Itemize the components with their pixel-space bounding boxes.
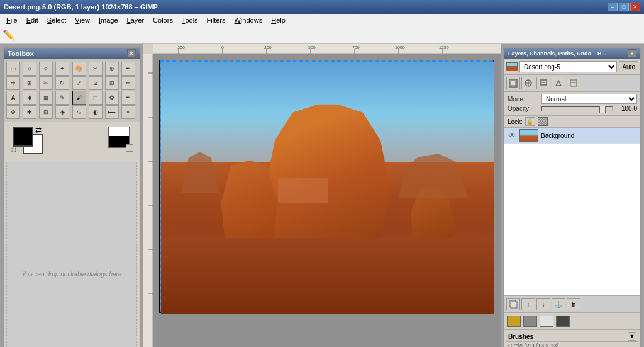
layer-down-button[interactable]: ↓ <box>536 298 550 310</box>
layer-actions: ↑ ↓ ⚓ 🗑 <box>504 295 640 312</box>
tool-move[interactable]: ✛ <box>6 76 20 90</box>
panel-icon-2[interactable] <box>521 77 535 89</box>
tool-flip[interactable]: ⇔ <box>121 76 135 90</box>
tool-free-select[interactable]: ✧ <box>39 62 53 76</box>
tool-rect-select[interactable]: ⬚ <box>6 62 20 76</box>
tool-heal[interactable]: ✚ <box>23 105 36 119</box>
tool-text[interactable]: A <box>6 91 20 105</box>
tool-align[interactable]: ⊞ <box>23 76 36 90</box>
menu-help[interactable]: Help <box>267 15 289 25</box>
menu-windows[interactable]: Windows <box>231 15 267 25</box>
svg-rect-30 <box>570 80 577 86</box>
tool-ellipse-select[interactable]: ○ <box>23 62 36 76</box>
layer-up-button[interactable]: ↑ <box>521 298 535 310</box>
tool-pencil[interactable]: ✎ <box>55 91 69 105</box>
ruler-v-svg: ov <box>143 54 153 347</box>
mode-select[interactable]: Normal <box>541 94 637 104</box>
layers-panel: Layers, Channels, Paths, Undo – B... × D… <box>503 47 641 347</box>
layer-list: 👁 Background <box>504 128 640 295</box>
image-canvas <box>160 60 493 312</box>
color-swatch-1[interactable] <box>507 316 521 327</box>
lock-icon[interactable]: 🔒 <box>525 117 535 126</box>
menu-layer[interactable]: Layer <box>123 15 148 25</box>
tool-scissors[interactable]: ✂ <box>89 62 103 76</box>
toolbox-panel: Toolbox × ⬚ ○ ✧ ✦ 🎨 ✂ ⊕ ✒ ✛ ⊞ ✄ ↻ ⤢ ⊿ ⊡ … <box>3 47 141 347</box>
image-select-dropdown[interactable]: Desert.png-5 <box>519 61 617 72</box>
canvas-section: -250 0 250 500 750 1000 1250 <box>143 44 501 347</box>
tool-options-bar: ✏️ <box>0 26 644 44</box>
lock-row: Lock: 🔒 <box>504 116 640 128</box>
layer-name: Background <box>541 132 574 139</box>
tool-rotate[interactable]: ↻ <box>55 76 69 90</box>
tool-perspective[interactable]: ⊡ <box>105 76 119 90</box>
svg-text:1250: 1250 <box>439 45 449 50</box>
ruler-h-svg: -250 0 250 500 750 1000 1250 <box>153 44 501 54</box>
menu-colors[interactable]: Colors <box>149 15 177 25</box>
delete-layer-button[interactable]: 🗑 <box>567 298 580 310</box>
menu-select[interactable]: Select <box>43 15 70 25</box>
toolbox-close-button[interactable]: × <box>127 49 136 58</box>
layer-item-background[interactable]: 👁 Background <box>504 128 640 144</box>
tool-bucket-fill[interactable]: ⧫ <box>23 91 36 105</box>
menu-image[interactable]: Image <box>95 15 122 25</box>
opacity-thumb[interactable] <box>599 106 606 113</box>
canvas-viewport[interactable] <box>153 54 501 347</box>
color-swatches-panel <box>504 312 640 329</box>
tool-clone[interactable]: ⊕ <box>6 105 20 119</box>
anchor-layer-button[interactable]: ⚓ <box>552 298 565 310</box>
tool-paintbrush[interactable]: 🖌 <box>72 91 86 105</box>
drop-zone-label: You can drop dockable dialogs here <box>21 271 121 278</box>
menu-tools[interactable]: Tools <box>178 15 202 25</box>
brush-options-button[interactable] <box>126 144 133 152</box>
tool-foreground-select[interactable]: ⊕ <box>105 62 119 76</box>
tool-shear[interactable]: ⊿ <box>89 76 103 90</box>
reset-colors-icon[interactable]: ⬚ <box>11 147 16 152</box>
tool-color-picker[interactable]: ⌖ <box>121 105 135 119</box>
svg-text:-250: -250 <box>176 45 185 50</box>
canvas-body: ov <box>143 54 501 347</box>
tool-blend[interactable]: ▦ <box>39 91 53 105</box>
opacity-slider[interactable] <box>541 106 613 111</box>
color-swatch-3[interactable] <box>540 316 553 327</box>
maximize-button[interactable]: □ <box>619 3 629 11</box>
tool-airbrush[interactable]: ✿ <box>105 91 119 105</box>
tool-paths[interactable]: ✒ <box>121 62 135 76</box>
auto-button[interactable]: Auto <box>619 61 638 72</box>
color-swatch-2[interactable] <box>523 316 537 327</box>
current-tool-icon: ✏️ <box>3 29 15 41</box>
transparency-lock[interactable] <box>538 117 548 126</box>
rock-background-center <box>278 178 328 203</box>
window-controls: – □ ✕ <box>608 3 640 11</box>
swap-colors-icon[interactable]: ⇄ <box>35 125 42 134</box>
ruler-corner <box>143 44 153 54</box>
new-layer-from-visible-button[interactable] <box>506 298 520 310</box>
foreground-color-swatch[interactable] <box>13 127 33 147</box>
tool-perspective-clone[interactable]: ⊡ <box>39 105 53 119</box>
tool-blur-sharpen[interactable]: ◈ <box>55 105 69 119</box>
panel-icon-5[interactable] <box>567 77 580 89</box>
tool-measure[interactable]: ⟵ <box>105 105 119 119</box>
close-button[interactable]: ✕ <box>630 3 640 11</box>
menu-filters[interactable]: Filters <box>203 15 230 25</box>
menu-view[interactable]: View <box>71 15 94 25</box>
tool-fuzzy-select[interactable]: ✦ <box>55 62 69 76</box>
color-swatch-4[interactable] <box>556 316 570 327</box>
layers-panel-close[interactable]: × <box>628 49 636 58</box>
tool-ink[interactable]: ✒ <box>121 91 135 105</box>
minimize-button[interactable]: – <box>608 3 618 11</box>
brushes-title: Brushes <box>508 333 533 340</box>
menu-edit[interactable]: Edit <box>23 15 42 25</box>
tool-scale[interactable]: ⤢ <box>72 76 86 90</box>
panel-icon-1[interactable] <box>506 77 520 89</box>
tool-dodge-burn[interactable]: ◐ <box>89 105 103 119</box>
layer-visibility-toggle[interactable]: 👁 <box>507 130 517 140</box>
tool-eraser[interactable]: ◻ <box>89 91 103 105</box>
tool-smudge[interactable]: ∿ <box>72 105 86 119</box>
panel-icon-3[interactable] <box>536 77 550 89</box>
tool-crop[interactable]: ✄ <box>39 76 53 90</box>
toolbox-title: Toolbox <box>8 50 34 57</box>
menu-file[interactable]: File <box>3 15 21 25</box>
tool-select-by-color[interactable]: 🎨 <box>72 62 86 76</box>
brushes-menu-button[interactable]: ▼ <box>628 332 636 341</box>
panel-icon-4[interactable] <box>552 77 565 89</box>
